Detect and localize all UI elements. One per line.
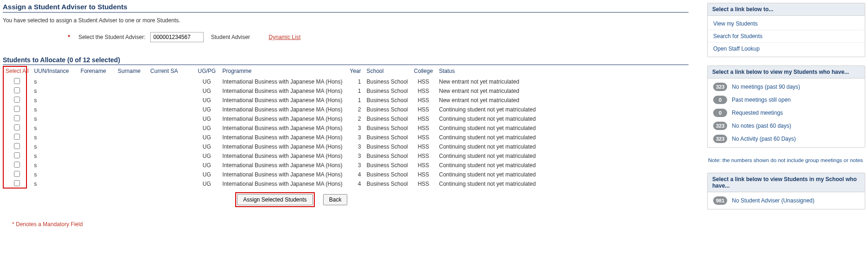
sidebar-count-link[interactable]: 323No meetings (past 90 days) — [708, 80, 865, 93]
cell-current-sa — [147, 77, 194, 86]
row-select-checkbox[interactable] — [14, 115, 20, 121]
table-row: sUGInternational Business with Japanese … — [3, 161, 689, 170]
sidebar-count-link[interactable]: 981No Student Adviser (Unassigned) — [708, 194, 865, 207]
cell-programme: International Business with Japanese MA … — [219, 77, 345, 86]
cell-status: Continuing student not yet matriculated — [436, 179, 689, 189]
row-select-checkbox[interactable] — [14, 152, 20, 158]
sidebar-count-link[interactable]: 0Past meetings still open — [708, 93, 865, 106]
cell-college: HSS — [411, 133, 436, 142]
count-badge: 323 — [713, 122, 727, 130]
row-select-checkbox[interactable] — [14, 143, 20, 149]
cell-uun: s — [31, 96, 78, 105]
cell-school: Business School — [364, 179, 411, 189]
sidebar-count-label: No notes (past 60 days) — [732, 123, 791, 129]
cell-programme: International Business with Japanese MA … — [219, 133, 345, 142]
table-row: sUGInternational Business with Japanese … — [3, 77, 689, 86]
cell-surname — [115, 124, 147, 133]
sidebar-link[interactable]: Search for Students — [708, 30, 865, 43]
cell-college: HSS — [411, 151, 436, 161]
count-badge: 323 — [713, 135, 727, 143]
mandatory-field-note: * Denotes a Mandatory Field — [12, 221, 689, 228]
allocation-section-title: Students to Allocate (0 of 12 selected) — [3, 56, 689, 65]
cell-ugpg: UG — [194, 179, 219, 189]
cell-surname — [115, 114, 147, 124]
select-all-link[interactable]: Select All — [6, 68, 28, 74]
students-table: Select All UUN/Instance Forename Surname… — [3, 66, 689, 189]
cell-year: 4 — [345, 179, 364, 189]
col-programme: Programme — [219, 66, 345, 77]
sidebar-count-link[interactable]: 323No Activity (past 60 Days) — [708, 132, 865, 145]
cell-year: 1 — [345, 96, 364, 105]
row-select-checkbox[interactable] — [14, 134, 20, 140]
cell-uun: s — [31, 133, 78, 142]
adviser-label: Select the Student Adviser: — [79, 34, 146, 40]
row-select-checkbox[interactable] — [14, 180, 20, 186]
cell-forename — [78, 86, 115, 96]
cell-status: Continuing student not yet matriculated — [436, 142, 689, 151]
cell-ugpg: UG — [194, 142, 219, 151]
row-select-checkbox[interactable] — [14, 87, 20, 93]
count-badge: 323 — [713, 83, 727, 91]
cell-forename — [78, 124, 115, 133]
sidebar-count-link[interactable]: 323No notes (past 60 days) — [708, 119, 865, 132]
cell-uun: s — [31, 114, 78, 124]
cell-school: Business School — [364, 161, 411, 170]
row-select-checkbox[interactable] — [14, 171, 20, 177]
cell-ugpg: UG — [194, 170, 219, 179]
table-row: sUGInternational Business with Japanese … — [3, 124, 689, 133]
cell-ugpg: UG — [194, 133, 219, 142]
cell-college: HSS — [411, 142, 436, 151]
cell-forename — [78, 105, 115, 114]
cell-school: Business School — [364, 114, 411, 124]
cell-forename — [78, 151, 115, 161]
sidebar-link[interactable]: Open Staff Lookup — [708, 43, 865, 55]
row-select-checkbox[interactable] — [14, 97, 20, 103]
school-panel-header: Select a link below to view Students in … — [708, 173, 865, 192]
cell-school: Business School — [364, 77, 411, 86]
cell-uun: s — [31, 161, 78, 170]
cell-programme: International Business with Japanese MA … — [219, 86, 345, 96]
cell-year: 4 — [345, 170, 364, 179]
cell-surname — [115, 161, 147, 170]
my-students-footer-note: Note: the numbers shown do not include g… — [707, 156, 865, 164]
cell-status: New entrant not yet matriculated — [436, 86, 689, 96]
cell-current-sa — [147, 105, 194, 114]
row-select-checkbox[interactable] — [14, 124, 20, 130]
cell-ugpg: UG — [194, 105, 219, 114]
row-select-checkbox[interactable] — [14, 106, 20, 112]
cell-programme: International Business with Japanese MA … — [219, 142, 345, 151]
table-row: sUGInternational Business with Japanese … — [3, 179, 689, 189]
row-select-checkbox[interactable] — [14, 78, 20, 84]
cell-ugpg: UG — [194, 114, 219, 124]
cell-school: Business School — [364, 142, 411, 151]
cell-status: New entrant not yet matriculated — [436, 77, 689, 86]
cell-year: 2 — [345, 114, 364, 124]
col-forename: Forename — [78, 66, 115, 77]
assign-selected-button[interactable]: Assign Selected Students — [237, 194, 313, 205]
adviser-input[interactable] — [150, 32, 204, 42]
sidebar-link[interactable]: View my Students — [708, 18, 865, 30]
cell-school: Business School — [364, 105, 411, 114]
sidebar-count-label: No Student Adviser (Unassigned) — [732, 197, 814, 204]
back-button[interactable]: Back — [323, 194, 348, 205]
table-row: sUGInternational Business with Japanese … — [3, 86, 689, 96]
cell-current-sa — [147, 161, 194, 170]
links-panel: Select a link below to... View my Studen… — [707, 3, 865, 57]
col-current-sa: Current SA — [147, 66, 194, 77]
cell-surname — [115, 96, 147, 105]
row-select-checkbox[interactable] — [14, 162, 20, 168]
col-year: Year — [345, 66, 364, 77]
cell-college: HSS — [411, 96, 436, 105]
cell-programme: International Business with Japanese MA … — [219, 161, 345, 170]
dynamic-list-link[interactable]: Dynamic List — [269, 34, 301, 40]
cell-year: 3 — [345, 161, 364, 170]
sidebar-count-link[interactable]: 0Requested meetings — [708, 106, 865, 119]
table-row: sUGInternational Business with Japanese … — [3, 170, 689, 179]
cell-ugpg: UG — [194, 96, 219, 105]
cell-programme: International Business with Japanese MA … — [219, 170, 345, 179]
cell-programme: International Business with Japanese MA … — [219, 179, 345, 189]
cell-uun: s — [31, 170, 78, 179]
cell-college: HSS — [411, 77, 436, 86]
table-row: sUGInternational Business with Japanese … — [3, 114, 689, 124]
cell-forename — [78, 142, 115, 151]
